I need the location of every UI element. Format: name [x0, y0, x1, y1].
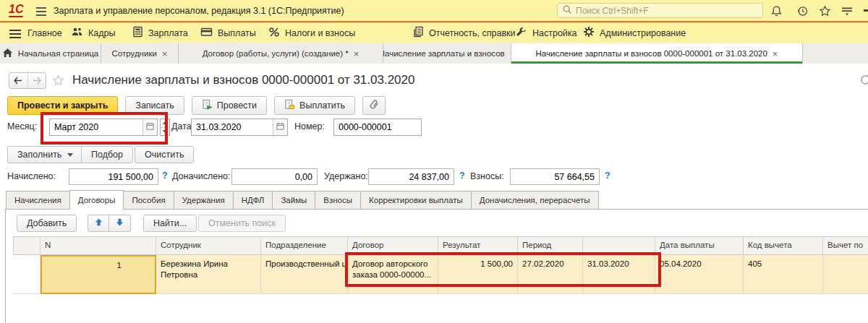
contracts-grid: N Сотрудник Подразделение Договор Резуль… — [13, 236, 868, 294]
menu-item-main[interactable]: Главное — [27, 22, 62, 43]
fill-button[interactable]: Заполнить — [7, 146, 83, 163]
calendar-icon — [276, 121, 285, 133]
menu-item-reports[interactable]: Отчетность, справки — [413, 22, 516, 43]
additional-label: Доначислено: — [172, 171, 230, 181]
paperclip-icon — [369, 99, 379, 112]
find-button[interactable]: Найти... — [143, 215, 197, 232]
stepper-up-button[interactable] — [161, 119, 169, 127]
search-input[interactable] — [576, 6, 758, 16]
month-calendar-button[interactable] — [142, 119, 157, 135]
tab-benefits[interactable]: Пособия — [123, 191, 174, 210]
close-icon[interactable]: × — [162, 49, 168, 59]
clear-button[interactable]: Очистить — [135, 146, 194, 163]
month-field[interactable]: Март 2020 — [49, 119, 158, 136]
accrued-value[interactable]: 191 500,00 — [69, 168, 158, 185]
tab-home[interactable]: Начальная страница — [0, 43, 101, 64]
tab-deductions[interactable]: Удержания — [174, 191, 234, 210]
back-button[interactable] — [9, 73, 27, 88]
cell-period-start[interactable]: 27.02.2020 — [518, 255, 583, 294]
tab-loans[interactable]: Займы — [272, 191, 315, 210]
1c-logo: 1С — [9, 3, 23, 17]
active-tab-indicator — [511, 61, 802, 64]
refresh-icon[interactable] — [859, 74, 868, 88]
tab-recalculations[interactable]: Доначисления, перерасчеты — [471, 191, 599, 210]
menu-item-salary[interactable]: Зарплата — [132, 22, 188, 43]
contributions-value[interactable]: 57 664,55 — [510, 168, 600, 185]
date-field[interactable]: 31.03.2020 — [191, 119, 288, 136]
tab-ndfl[interactable]: НДФЛ — [233, 191, 273, 210]
history-icon[interactable] — [794, 3, 810, 19]
tab-contract-new[interactable]: Договор (работы, услуги) (создание) * × — [179, 43, 383, 64]
tab-employees[interactable]: Сотрудники × — [101, 43, 179, 64]
section-tabs: Начисления Договоры Пособия Удержания НД… — [6, 190, 598, 210]
table-row[interactable]: 1 Березкина Ирина Петровна Производствен… — [13, 255, 868, 294]
number-value[interactable]: 0000-000001 — [334, 119, 421, 135]
cell-department[interactable]: Производственный цех — [261, 255, 348, 294]
post-and-close-button[interactable]: Провести и закрыть — [7, 96, 118, 115]
cell-deduction-amount[interactable] — [823, 255, 868, 294]
favorite-star-icon[interactable] — [52, 74, 64, 88]
reports-icon — [413, 26, 424, 40]
tab-accruals[interactable]: Начисления — [6, 191, 70, 210]
month-value[interactable]: Март 2020 — [50, 119, 142, 135]
gear-icon — [583, 26, 595, 40]
tab-contracts[interactable]: Договоры — [69, 190, 124, 210]
pay-document-icon — [284, 99, 295, 112]
sections-panel-icon[interactable] — [9, 27, 21, 40]
cell-contract[interactable]: Договор авторского заказа 0000-00000... — [348, 255, 438, 294]
cell-period-end[interactable]: 31.03.2020 — [583, 255, 655, 294]
cell-row-number[interactable]: 1 — [41, 255, 156, 294]
selection-button[interactable]: Подбор — [81, 146, 133, 163]
tab-contributions[interactable]: Взносы — [315, 191, 361, 210]
column-header-contract: Договор — [348, 236, 438, 255]
close-icon[interactable]: × — [354, 49, 359, 59]
move-down-button[interactable] — [109, 215, 131, 232]
grid-corner-cell — [13, 236, 41, 255]
contributions-label: Взносы: — [470, 171, 504, 181]
additional-value[interactable]: 0,00 — [231, 168, 318, 185]
tab-payroll-list[interactable]: Начисление зарплаты и взносов × — [383, 43, 511, 64]
close-icon[interactable]: × — [773, 49, 778, 59]
service-menu-icon[interactable] — [839, 3, 855, 19]
main-menu-icon[interactable] — [36, 5, 46, 18]
contributions-help[interactable]: ? — [605, 171, 610, 181]
cell-result[interactable]: 1 500,00 — [438, 255, 518, 294]
percent-icon — [268, 27, 280, 40]
move-up-button[interactable] — [88, 215, 109, 232]
date-value[interactable]: 31.03.2020 — [192, 119, 273, 135]
global-search[interactable] — [557, 3, 763, 18]
cell-deduction-code[interactable]: 405 — [744, 255, 823, 294]
nav-history-group — [9, 72, 46, 89]
pay-button[interactable]: Выплатить — [274, 96, 355, 115]
menu-item-taxes[interactable]: Налоги и взносы — [268, 22, 355, 43]
add-row-button[interactable]: Добавить — [17, 215, 77, 232]
attachments-button[interactable] — [362, 96, 386, 115]
move-row-group — [88, 215, 131, 232]
cancel-search-button[interactable]: Отменить поиск — [198, 215, 286, 232]
tab-payment-adjustments[interactable]: Корректировки выплаты — [360, 191, 472, 210]
menu-item-settings[interactable]: Настройка — [516, 22, 577, 43]
window-control-partial-icon[interactable] — [864, 9, 868, 12]
tab-payroll-document[interactable]: Начисление зарплаты и взносов 0000-00000… — [511, 43, 803, 64]
accrued-help[interactable]: ? — [162, 171, 168, 181]
forward-button[interactable] — [27, 73, 46, 88]
cell-employee[interactable]: Березкина Ирина Петровна — [156, 255, 261, 294]
menu-item-payments[interactable]: Выплаты — [200, 22, 256, 43]
notifications-bell-icon[interactable] — [768, 3, 784, 19]
menu-item-administration[interactable]: Администрирование — [583, 22, 686, 43]
withheld-help[interactable]: ? — [459, 171, 465, 181]
column-header-deduction-code: Код вычета — [744, 236, 823, 255]
column-header-n: N — [41, 236, 156, 255]
number-field[interactable]: 0000-000001 — [333, 119, 422, 136]
date-calendar-button[interactable] — [273, 119, 287, 135]
stepper-down-button[interactable] — [161, 127, 169, 136]
withheld-value[interactable]: 24 837,00 — [368, 168, 454, 185]
people-icon — [71, 26, 83, 40]
post-button[interactable]: Провести — [192, 96, 267, 115]
open-windows-tabbar: Начальная страница Сотрудники × Договор … — [0, 43, 868, 64]
number-label: Номер: — [294, 121, 325, 132]
cell-payment-date[interactable]: 05.04.2020 — [655, 255, 744, 294]
favorites-star-icon[interactable] — [817, 3, 833, 19]
menu-item-staff[interactable]: Кадры — [71, 22, 115, 43]
write-button[interactable]: Записать — [125, 96, 184, 115]
